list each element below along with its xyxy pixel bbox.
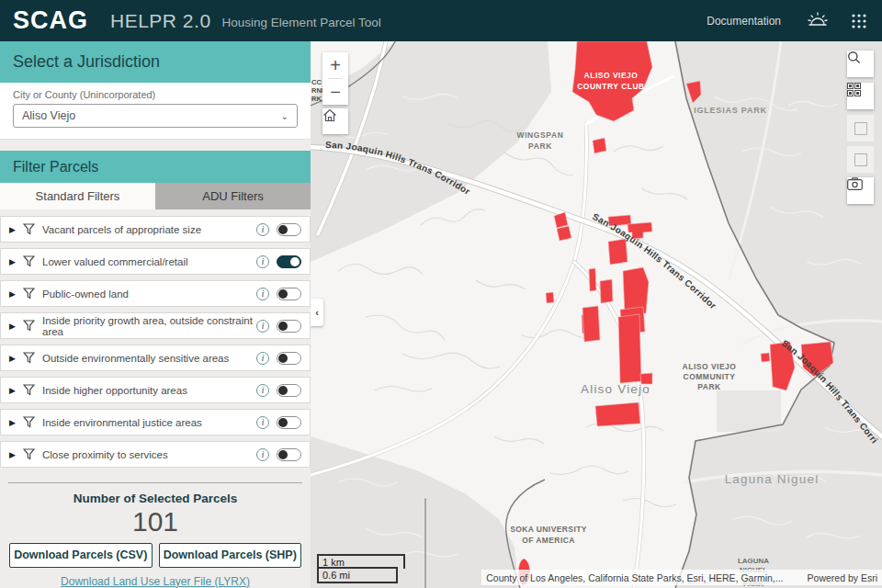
download-shp-button[interactable]: Download Parcels (SHP): [159, 543, 302, 568]
funnel-icon: [23, 320, 35, 332]
svg-text:COMMUNITY: COMMUNITY: [684, 372, 736, 381]
search-icon: [847, 51, 861, 64]
selected-parcels-count: 101: [0, 507, 311, 537]
download-csv-button[interactable]: Download Parcels (CSV): [9, 543, 153, 568]
info-icon[interactable]: i: [256, 255, 269, 268]
funnel-icon: [23, 223, 35, 235]
basemap-icon: [847, 83, 861, 96]
attribution-sources: County of Los Angeles, California State …: [486, 572, 783, 583]
camera-icon: [847, 177, 863, 190]
tab-adu-filters[interactable]: ADU Filters: [155, 183, 311, 209]
info-icon[interactable]: i: [256, 416, 269, 429]
chevron-down-icon: ⌄: [281, 111, 288, 121]
home-extent-button[interactable]: [322, 108, 348, 134]
expand-caret-icon[interactable]: ▶: [9, 386, 23, 395]
label-edge-truncated: CC: [311, 78, 322, 86]
filter-toggle[interactable]: [277, 288, 301, 300]
filter-toggle[interactable]: [277, 384, 301, 397]
funnel-icon: [23, 288, 35, 300]
svg-text:OF AMERICA: OF AMERICA: [522, 536, 575, 545]
selected-parcels-label: Number of Selected Parcels: [0, 492, 311, 505]
funnel-icon: [23, 448, 35, 460]
svg-text:RK: RK: [311, 95, 322, 103]
filter-toggle[interactable]: [277, 255, 301, 268]
park-area-block: [717, 390, 781, 432]
app-subtitle: Housing Element Parcel Tool: [222, 12, 381, 29]
screenshot-button[interactable]: [847, 177, 874, 204]
map-container[interactable]: ALISO VIEJO COUNTRY CLUB IGLESIAS PARK W…: [311, 41, 882, 588]
label-laguna-niguel-park: LAGUNA: [738, 557, 769, 565]
results-divider: [8, 482, 302, 483]
info-icon[interactable]: i: [256, 288, 269, 300]
filter-row: ▶ Outside environmentally sensitive area…: [0, 345, 311, 371]
filter-toggle[interactable]: [277, 223, 301, 236]
map-attribution: County of Los Angeles, California State …: [481, 570, 882, 585]
info-icon[interactable]: i: [256, 352, 269, 365]
widget-button-2[interactable]: [847, 146, 874, 173]
filter-row: ▶ Inside higher opportunity areas i: [0, 377, 311, 403]
powered-by-esri: Powered by Esri: [808, 572, 877, 583]
filter-row: ▶ Inside priority growth area, outside c…: [0, 312, 311, 339]
expand-caret-icon[interactable]: ▶: [9, 418, 23, 427]
home-icon: [322, 108, 337, 122]
filter-row: ▶ Close proximity to services i: [0, 441, 311, 468]
label-iglesias-park: IGLESIAS PARK: [694, 106, 767, 115]
app-title: HELPR 2.0: [110, 10, 211, 32]
filter-toggle[interactable]: [277, 320, 301, 333]
map-canvas[interactable]: ALISO VIEJO COUNTRY CLUB IGLESIAS PARK W…: [311, 41, 882, 588]
info-icon[interactable]: i: [256, 448, 269, 461]
filter-row: ▶ Vacant parcels of appropriate size i: [0, 216, 311, 243]
label-city-aliso-viejo: Aliso Viejo: [581, 382, 650, 396]
app-header: SCAG HELPR 2.0 Housing Element Parcel To…: [0, 0, 882, 41]
left-panel: Select a Jurisdiction City or County (Un…: [0, 41, 311, 588]
app-launcher-grid-icon[interactable]: [851, 13, 867, 29]
info-icon[interactable]: i: [256, 320, 269, 333]
label-wingspan-park: WINGSPAN: [517, 130, 564, 140]
zoom-out-button[interactable]: −: [322, 79, 348, 105]
label-country-club: ALISO VIEJO: [584, 71, 639, 80]
info-icon[interactable]: i: [256, 384, 269, 397]
search-button[interactable]: [847, 51, 874, 77]
notification-bell-icon[interactable]: [807, 11, 829, 31]
scag-logo: SCAG: [13, 6, 88, 35]
filter-row: ▶ Inside environmental justice areas i: [0, 409, 311, 435]
info-icon[interactable]: i: [256, 223, 269, 236]
svg-text:COUNTRY CLUB: COUNTRY CLUB: [577, 82, 645, 91]
zoom-in-button[interactable]: +: [322, 52, 348, 78]
square-icon: [854, 122, 867, 135]
filter-row: ▶ Public-owned land i: [0, 280, 311, 307]
filter-row: ▶ Lower valued commercial/retail i: [0, 248, 311, 275]
filter-toggle[interactable]: [277, 448, 301, 461]
expand-caret-icon[interactable]: ▶: [9, 289, 23, 299]
funnel-icon: [23, 352, 35, 364]
label-city-laguna-niguel: Laguna Niguel: [725, 472, 820, 486]
expand-caret-icon[interactable]: ▶: [9, 225, 23, 234]
panel-collapse-handle[interactable]: ‹: [311, 299, 323, 326]
zoom-control: + −: [322, 52, 348, 105]
tab-standard-filters[interactable]: Standard Filters: [0, 183, 155, 209]
expand-caret-icon[interactable]: ▶: [9, 257, 23, 266]
square-icon: [854, 153, 867, 166]
widget-button-1[interactable]: [847, 115, 874, 141]
svg-text:PARK: PARK: [697, 382, 721, 391]
expand-caret-icon[interactable]: ▶: [9, 450, 23, 459]
documentation-link[interactable]: Documentation: [707, 15, 781, 28]
basemap-gallery-button[interactable]: [847, 83, 874, 109]
filter-toggle[interactable]: [277, 352, 301, 365]
filter-toggle[interactable]: [277, 416, 301, 429]
svg-text:PARK: PARK: [528, 141, 552, 151]
label-community-park: ALISO VIEJO: [683, 362, 737, 371]
scale-mi: 0.6 mi: [317, 567, 398, 583]
expand-caret-icon[interactable]: ▶: [9, 322, 23, 331]
download-lyrx-link[interactable]: Download Land Use Layer File (LYRX): [0, 575, 311, 588]
scale-bar: 1 km 0.6 mi: [317, 554, 405, 583]
expand-caret-icon[interactable]: ▶: [9, 354, 23, 363]
jurisdiction-selected-value: Aliso Viejo: [22, 109, 75, 122]
jurisdiction-select[interactable]: Aliso Viejo ⌄: [13, 104, 298, 128]
funnel-icon: [23, 384, 35, 396]
filter-list: ▶ Vacant parcels of appropriate size i ▶…: [0, 216, 311, 468]
jurisdiction-field-label: City or County (Unincorporated): [13, 89, 298, 100]
filter-section-title: Filter Parcels: [0, 151, 311, 183]
jurisdiction-section-title: Select a Jurisdiction: [0, 41, 311, 83]
funnel-icon: [23, 416, 35, 428]
